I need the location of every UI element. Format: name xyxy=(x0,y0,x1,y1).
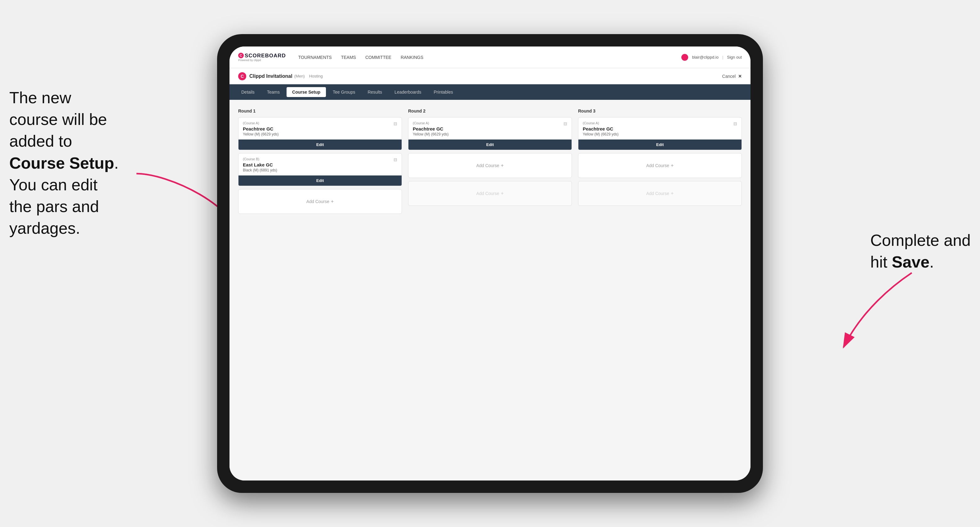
nav-teams[interactable]: TEAMS xyxy=(341,55,356,60)
round3-add-course-disabled-label: Add Course xyxy=(646,191,669,196)
round1-course-a-edit[interactable]: Edit xyxy=(239,140,402,150)
round3-add-course-label: Add Course xyxy=(646,163,669,168)
round2-add-course-disabled-label: Add Course xyxy=(476,191,499,196)
brand-logo: C xyxy=(238,53,244,58)
top-nav: C SCOREBOARD Powered by clippd TOURNAMEN… xyxy=(229,46,751,68)
round1-course-a-delete[interactable]: ⊟ xyxy=(392,121,399,127)
cancel-button[interactable]: Cancel ✕ xyxy=(722,74,742,79)
brand-subtitle: Powered by clippd xyxy=(238,59,286,62)
tab-details[interactable]: Details xyxy=(236,87,260,97)
annotation-right: Complete and hit Save. xyxy=(870,229,971,273)
round1-course-a-card: ⊟ (Course A) Peachtree GC Yellow (M) (66… xyxy=(238,117,402,150)
nav-links: TOURNAMENTS TEAMS COMMITTEE RANKINGS xyxy=(298,55,682,60)
round1-add-course[interactable]: Add Course + xyxy=(238,189,402,214)
round2-course-a-label: (Course A) xyxy=(413,121,567,125)
round3-add-plus-disabled-icon: + xyxy=(671,190,674,196)
round2-add-plus-icon: + xyxy=(501,163,504,168)
round3-course-a-details: Yellow (M) (6629 yds) xyxy=(583,132,737,137)
round3-add-course-disabled: Add Course + xyxy=(578,181,742,206)
round-1-column: Round 1 ⊟ (Course A) Peachtree GC Yellow… xyxy=(238,108,402,217)
user-avatar xyxy=(681,54,688,61)
round-3-column: Round 3 ⊟ (Course A) Peachtree GC Yellow… xyxy=(578,108,742,217)
tournament-name: Clippd Invitational xyxy=(249,73,293,79)
round2-course-a-delete[interactable]: ⊟ xyxy=(562,121,568,127)
tab-tee-groups[interactable]: Tee Groups xyxy=(327,87,361,97)
tournament-gender: (Men) xyxy=(294,74,305,78)
round1-course-b-edit[interactable]: Edit xyxy=(239,175,402,186)
user-email: blair@clippd.io xyxy=(692,55,718,60)
round1-add-course-label: Add Course xyxy=(306,199,329,204)
round1-course-a-details: Yellow (M) (6629 yds) xyxy=(243,132,397,137)
tournament-status: Hosting xyxy=(309,74,323,78)
nav-tournaments[interactable]: TOURNAMENTS xyxy=(298,55,332,60)
round-2-column: Round 2 ⊟ (Course A) Peachtree GC Yellow… xyxy=(408,108,572,217)
nav-committee[interactable]: COMMITTEE xyxy=(365,55,391,60)
brand-title: SCOREBOARD xyxy=(245,53,286,58)
brand: C SCOREBOARD Powered by clippd xyxy=(238,53,286,62)
round-3-title: Round 3 xyxy=(578,108,742,113)
round1-course-b-card: ⊟ (Course B) East Lake GC Black (M) (689… xyxy=(238,153,402,186)
tournament-header: C Clippd Invitational (Men) Hosting Canc… xyxy=(229,68,751,84)
separator: | xyxy=(722,55,723,60)
sign-out-link[interactable]: Sign out xyxy=(727,55,742,60)
round3-course-a-edit[interactable]: Edit xyxy=(578,140,741,150)
round2-add-course-label: Add Course xyxy=(476,163,499,168)
round3-add-plus-icon: + xyxy=(671,163,674,168)
round1-course-b-details: Black (M) (6891 yds) xyxy=(243,168,397,172)
tabs-bar: Details Teams Course Setup Tee Groups Re… xyxy=(229,84,751,100)
annotation-left: The new course will be added to Course S… xyxy=(9,87,119,239)
arrow-right xyxy=(825,267,924,353)
round2-course-a-card: ⊟ (Course A) Peachtree GC Yellow (M) (66… xyxy=(408,117,572,150)
round3-course-a-label: (Course A) xyxy=(583,121,737,125)
round2-add-course-disabled: Add Course + xyxy=(408,181,572,206)
nav-rankings[interactable]: RANKINGS xyxy=(401,55,423,60)
round3-course-a-card: ⊟ (Course A) Peachtree GC Yellow (M) (66… xyxy=(578,117,742,150)
round-2-title: Round 2 xyxy=(408,108,572,113)
round1-course-b-label: (Course B) xyxy=(243,157,397,161)
round2-course-a-edit[interactable]: Edit xyxy=(409,140,571,150)
round2-add-course-active[interactable]: Add Course + xyxy=(408,153,572,178)
tournament-logo: C xyxy=(238,72,246,80)
round1-add-plus-icon: + xyxy=(331,199,334,204)
round2-add-plus-disabled-icon: + xyxy=(501,190,504,196)
main-content: Round 1 ⊟ (Course A) Peachtree GC Yellow… xyxy=(229,100,751,481)
round-1-title: Round 1 xyxy=(238,108,402,113)
round1-course-a-name: Peachtree GC xyxy=(243,126,397,132)
round2-course-a-details: Yellow (M) (6629 yds) xyxy=(413,132,567,137)
round1-course-b-delete[interactable]: ⊟ xyxy=(392,157,399,163)
round2-course-a-name: Peachtree GC xyxy=(413,126,567,132)
round3-course-a-delete[interactable]: ⊟ xyxy=(732,121,738,127)
round3-course-a-name: Peachtree GC xyxy=(583,126,737,132)
round1-course-b-name: East Lake GC xyxy=(243,162,397,167)
cancel-x-icon: ✕ xyxy=(738,74,742,79)
tablet-frame: C SCOREBOARD Powered by clippd TOURNAMEN… xyxy=(217,34,763,493)
tablet-screen: C SCOREBOARD Powered by clippd TOURNAMEN… xyxy=(229,46,751,481)
tab-teams[interactable]: Teams xyxy=(261,87,285,97)
round1-course-a-label: (Course A) xyxy=(243,121,397,125)
round3-add-course-active[interactable]: Add Course + xyxy=(578,153,742,178)
tab-printables[interactable]: Printables xyxy=(428,87,459,97)
tab-course-setup[interactable]: Course Setup xyxy=(286,87,326,97)
nav-right: blair@clippd.io | Sign out xyxy=(681,54,742,61)
tab-results[interactable]: Results xyxy=(362,87,388,97)
rounds-grid: Round 1 ⊟ (Course A) Peachtree GC Yellow… xyxy=(238,108,742,217)
tab-leaderboards[interactable]: Leaderboards xyxy=(389,87,427,97)
